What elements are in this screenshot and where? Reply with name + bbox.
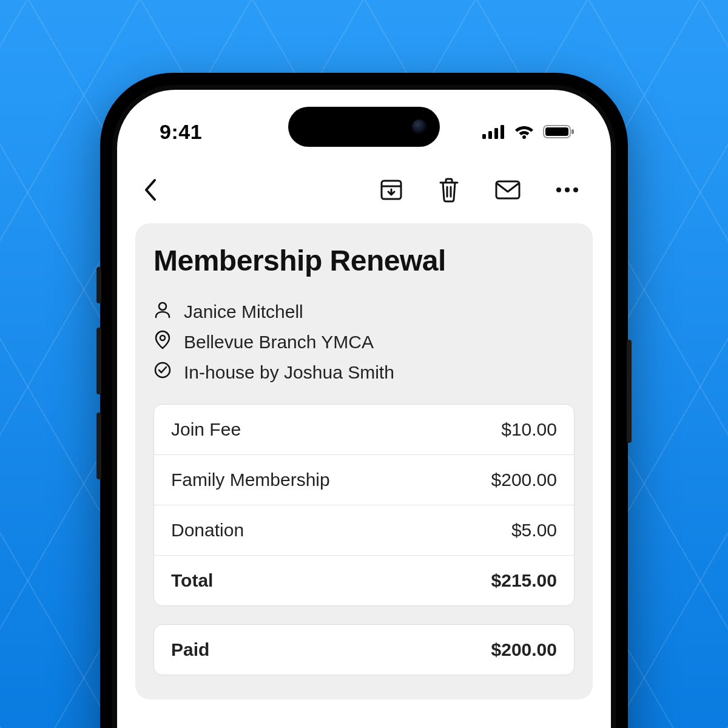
wifi-icon xyxy=(514,124,534,139)
svg-point-17 xyxy=(160,335,165,340)
svg-rect-12 xyxy=(496,181,519,198)
volume-down-button xyxy=(96,413,101,479)
svg-point-13 xyxy=(556,187,561,192)
svg-rect-0 xyxy=(482,134,486,139)
trash-icon xyxy=(437,177,460,203)
svg-rect-2 xyxy=(494,128,498,139)
mute-switch xyxy=(96,267,101,303)
meta-processed-value: In-house by Joshua Smith xyxy=(184,362,394,383)
line-item-label: Family Membership xyxy=(171,470,330,490)
total-label: Total xyxy=(171,570,213,591)
total-row: Total $215.00 xyxy=(154,556,574,605)
total-amount: $215.00 xyxy=(491,570,557,591)
volume-up-button xyxy=(96,328,101,394)
svg-rect-1 xyxy=(488,131,492,139)
table-row: Family Membership $200.00 xyxy=(154,455,574,505)
dynamic-island xyxy=(288,107,440,147)
power-button xyxy=(627,340,632,443)
line-item-amount: $5.00 xyxy=(511,520,557,541)
chevron-left-icon xyxy=(143,178,158,202)
paid-table: Paid $200.00 xyxy=(153,624,575,675)
mail-icon xyxy=(494,179,521,201)
meta-person: Janice Mitchell xyxy=(153,300,575,323)
svg-point-15 xyxy=(573,187,578,192)
svg-rect-6 xyxy=(545,127,568,136)
delete-button[interactable] xyxy=(434,174,464,206)
meta-person-value: Janice Mitchell xyxy=(184,302,303,322)
table-row: Join Fee $10.00 xyxy=(154,405,574,455)
svg-rect-7 xyxy=(571,129,574,134)
svg-rect-3 xyxy=(500,125,504,139)
back-button[interactable] xyxy=(139,174,162,206)
archive-button[interactable] xyxy=(376,174,407,206)
svg-point-14 xyxy=(565,187,570,192)
line-item-label: Donation xyxy=(171,520,244,541)
toolbar xyxy=(117,163,611,217)
meta-location-value: Bellevue Branch YMCA xyxy=(184,332,374,352)
detail-card: Membership Renewal Janice Mitchell xyxy=(135,223,593,699)
paid-amount: $200.00 xyxy=(491,639,557,660)
archive-icon xyxy=(379,178,403,202)
more-horizontal-icon xyxy=(555,186,579,194)
cellular-icon xyxy=(482,124,505,139)
check-circle-icon xyxy=(153,361,172,383)
line-items-table: Join Fee $10.00 Family Membership $200.0… xyxy=(153,404,575,606)
line-item-label: Join Fee xyxy=(171,419,241,440)
meta-processed: In-house by Joshua Smith xyxy=(153,361,575,383)
svg-point-16 xyxy=(159,303,166,310)
person-icon xyxy=(153,300,172,323)
battery-icon xyxy=(543,124,575,139)
paid-row: Paid $200.00 xyxy=(154,625,574,675)
phone-frame: 9:41 xyxy=(100,73,628,728)
table-row: Donation $5.00 xyxy=(154,505,574,556)
meta-location: Bellevue Branch YMCA xyxy=(153,330,575,354)
svg-point-4 xyxy=(522,135,526,139)
page-title: Membership Renewal xyxy=(153,244,575,277)
location-pin-icon xyxy=(153,330,172,354)
more-button[interactable] xyxy=(551,183,583,197)
status-time: 9:41 xyxy=(160,120,202,144)
line-item-amount: $200.00 xyxy=(491,470,557,490)
mail-button[interactable] xyxy=(491,175,525,204)
paid-label: Paid xyxy=(171,639,209,660)
line-item-amount: $10.00 xyxy=(501,419,557,440)
